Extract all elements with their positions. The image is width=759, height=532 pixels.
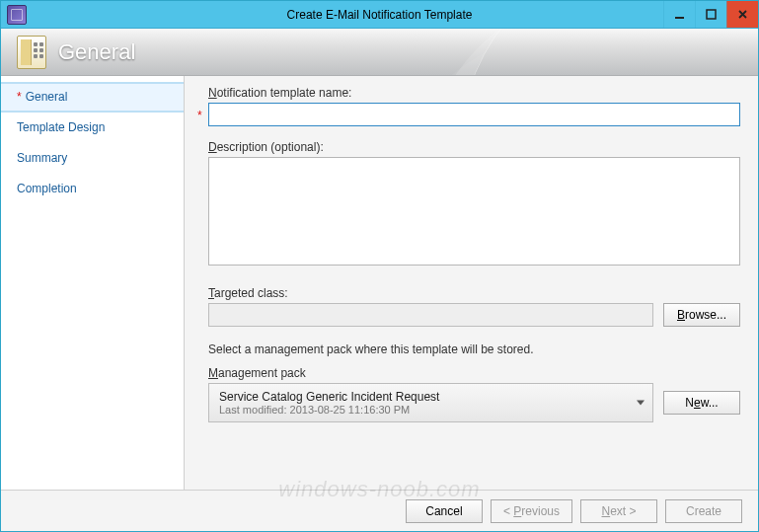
name-label: Notification template name: (208, 86, 740, 100)
step-template-design[interactable]: Template Design (1, 113, 184, 143)
step-label: Template Design (17, 120, 105, 134)
wizard-content: Notification template name: * Descriptio… (185, 76, 758, 490)
titlebar: Create E-Mail Notification Template (1, 1, 758, 29)
dialog-window: Create E-Mail Notification Template Gene… (0, 0, 759, 532)
window-title: Create E-Mail Notification Template (1, 8, 758, 22)
step-label: Completion (17, 182, 77, 195)
description-label: Description (optional): (208, 140, 740, 154)
step-label: Summary (17, 151, 67, 165)
new-button[interactable]: New... (663, 391, 740, 415)
browse-button[interactable]: Browse... (663, 303, 740, 327)
banner-title: General (58, 39, 135, 65)
app-icon (7, 5, 27, 25)
wizard-body: *General Template Design Summary Complet… (1, 76, 758, 490)
cancel-button[interactable]: Cancel (406, 499, 483, 523)
description-input[interactable] (208, 157, 740, 266)
step-general[interactable]: *General (1, 82, 184, 113)
required-asterisk: * (17, 90, 22, 104)
previous-button: < Previous (491, 499, 572, 523)
dropdown-subtext: Last modified: 2013-08-25 11:16:30 PM (219, 404, 439, 417)
mp-instruction: Select a management pack where this temp… (208, 342, 740, 356)
targeted-class-label: Targeted class: (208, 286, 740, 300)
wizard-footer: windows-noob.com Cancel < Previous Next … (1, 490, 758, 531)
create-button: Create (665, 499, 742, 523)
targeted-class-field (208, 303, 653, 327)
wizard-banner: General (1, 29, 758, 76)
dropdown-selected: Service Catalog Generic Incident Request (219, 390, 439, 404)
svg-rect-0 (675, 17, 684, 19)
step-summary[interactable]: Summary (1, 143, 184, 174)
wizard-steps: *General Template Design Summary Complet… (1, 76, 185, 490)
chevron-down-icon (637, 401, 645, 406)
window-buttons (663, 1, 758, 28)
step-completion[interactable]: Completion (1, 174, 184, 204)
close-button[interactable] (726, 1, 758, 28)
template-icon (17, 36, 46, 69)
management-pack-dropdown[interactable]: Service Catalog Generic Incident Request… (208, 383, 653, 422)
maximize-button[interactable] (695, 1, 726, 28)
management-pack-label: Management pack (208, 366, 740, 380)
svg-rect-1 (707, 10, 716, 19)
required-asterisk: * (197, 109, 202, 122)
next-button: Next > (580, 499, 657, 523)
template-name-input[interactable] (208, 103, 740, 126)
step-label: General (26, 90, 68, 104)
minimize-button[interactable] (663, 1, 695, 28)
